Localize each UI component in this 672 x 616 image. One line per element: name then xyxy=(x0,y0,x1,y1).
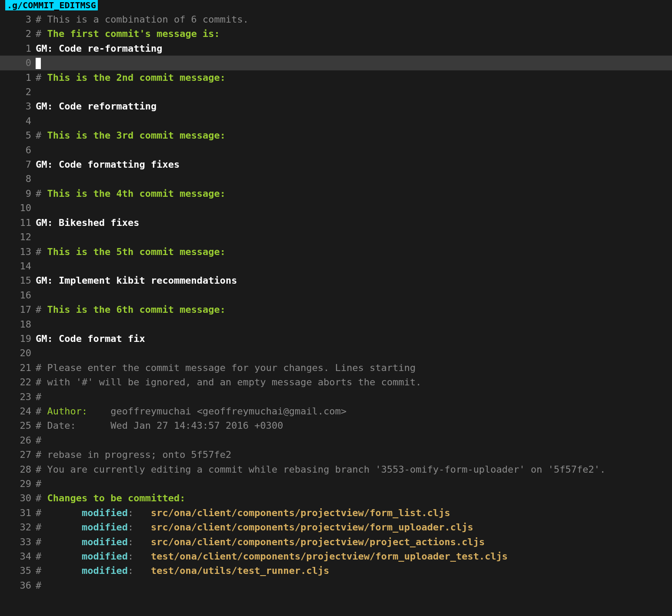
line-number: 0 xyxy=(0,56,36,70)
editor-line[interactable]: 29# xyxy=(0,477,672,491)
line-number: 1 xyxy=(0,41,36,56)
line-content: # You are currently editing a commit whi… xyxy=(36,462,672,477)
line-content: # modified: test/ona/client/components/p… xyxy=(36,549,672,563)
text-span: # xyxy=(36,537,82,547)
tab-bar: .g/COMMIT_EDITMSG xyxy=(0,0,672,10)
line-number: 19 xyxy=(0,331,36,346)
editor-line[interactable]: 32# modified: src/ona/client/components/… xyxy=(0,520,672,534)
editor-line[interactable]: 17# This is the 6th commit message: xyxy=(0,302,672,317)
editor-line[interactable]: 7GM: Code formatting fixes xyxy=(0,157,672,172)
editor-line[interactable]: 13# This is the 5th commit message: xyxy=(0,245,672,259)
line-number: 28 xyxy=(0,462,36,477)
editor-line[interactable]: 9# This is the 4th commit message: xyxy=(0,186,672,201)
line-number: 21 xyxy=(0,361,36,375)
editor-area[interactable]: 3# This is a combination of 6 commits.2#… xyxy=(0,10,672,593)
buffer-tab[interactable]: .g/COMMIT_EDITMSG xyxy=(5,0,98,10)
text-span: # xyxy=(36,72,47,83)
editor-line[interactable]: 14 xyxy=(0,259,672,273)
line-number: 16 xyxy=(0,288,36,302)
text-span: # xyxy=(36,580,41,591)
editor-line[interactable]: 0 xyxy=(0,56,672,70)
editor-line[interactable]: 24# Author: geoffreymuchai <geoffreymuch… xyxy=(0,404,672,418)
text-span: # xyxy=(36,304,47,315)
editor-line[interactable]: 11GM: Bikeshed fixes xyxy=(0,215,672,230)
editor-line[interactable]: 25# Date: Wed Jan 27 14:43:57 2016 +0300 xyxy=(0,418,672,433)
line-number: 1 xyxy=(0,70,36,85)
editor-line[interactable]: 2 xyxy=(0,85,672,99)
line-number: 8 xyxy=(0,172,36,186)
line-number: 23 xyxy=(0,390,36,404)
line-number: 9 xyxy=(0,186,36,201)
line-content: # Please enter the commit message for yo… xyxy=(36,361,672,375)
text-span: # xyxy=(36,246,47,257)
editor-line[interactable]: 3# This is a combination of 6 commits. xyxy=(0,12,672,26)
line-number: 6 xyxy=(0,143,36,157)
text-span: # xyxy=(36,391,41,402)
text-span: : xyxy=(128,537,151,547)
text-span: src/ona/client/components/projectview/fo… xyxy=(151,522,473,533)
text-span: This is the 3rd commit message: xyxy=(47,130,226,141)
text-span: : xyxy=(128,507,151,518)
editor-line[interactable]: 27# rebase in progress; onto 5f57fe2 xyxy=(0,447,672,462)
line-number: 14 xyxy=(0,259,36,273)
editor-line[interactable]: 4 xyxy=(0,114,672,128)
text-span: modified xyxy=(82,507,128,518)
editor-line[interactable]: 1# This is the 2nd commit message: xyxy=(0,70,672,85)
editor-line[interactable]: 31# modified: src/ona/client/components/… xyxy=(0,506,672,520)
editor-line[interactable]: 28# You are currently editing a commit w… xyxy=(0,462,672,477)
editor-line[interactable]: 12 xyxy=(0,230,672,244)
line-number: 26 xyxy=(0,433,36,447)
text-span: # xyxy=(36,551,82,562)
editor-line[interactable]: 19GM: Code format fix xyxy=(0,331,672,346)
text-span: # xyxy=(36,130,47,141)
editor-line[interactable]: 15GM: Implement kibit recommendations xyxy=(0,273,672,288)
line-content: # modified: src/ona/client/components/pr… xyxy=(36,535,672,549)
editor-line[interactable]: 6 xyxy=(0,143,672,157)
line-content: GM: Code reformatting xyxy=(36,99,672,113)
line-number: 11 xyxy=(0,215,36,230)
line-number: 32 xyxy=(0,520,36,534)
line-number: 30 xyxy=(0,491,36,505)
text-span: # xyxy=(36,507,82,518)
editor-line[interactable]: 20 xyxy=(0,346,672,360)
editor-line[interactable]: 33# modified: src/ona/client/components/… xyxy=(0,535,672,549)
editor-line[interactable]: 1GM: Code re-formatting xyxy=(0,41,672,56)
line-content: # Author: geoffreymuchai <geoffreymuchai… xyxy=(36,404,672,418)
editor-line[interactable]: 36# xyxy=(0,578,672,593)
editor-line[interactable]: 34# modified: test/ona/client/components… xyxy=(0,549,672,563)
line-number: 22 xyxy=(0,375,36,389)
editor-line[interactable]: 18 xyxy=(0,317,672,331)
text-span: GM: Code format fix xyxy=(36,333,145,344)
editor-line[interactable]: 21# Please enter the commit message for … xyxy=(0,361,672,375)
line-number: 29 xyxy=(0,477,36,491)
line-content: # Date: Wed Jan 27 14:43:57 2016 +0300 xyxy=(36,418,672,433)
text-span: test/ona/utils/test_runner.cljs xyxy=(151,565,329,576)
editor-line[interactable]: 30# Changes to be committed: xyxy=(0,491,672,505)
editor-line[interactable]: 10 xyxy=(0,201,672,215)
line-content: # This is a combination of 6 commits. xyxy=(36,12,672,26)
editor-line[interactable]: 16 xyxy=(0,288,672,302)
editor-line[interactable]: 8 xyxy=(0,172,672,186)
text-span: # You are currently editing a commit whi… xyxy=(36,464,605,475)
editor-line[interactable]: 5# This is the 3rd commit message: xyxy=(0,128,672,142)
line-content: # xyxy=(36,578,672,593)
editor-line[interactable]: 2# The first commit's message is: xyxy=(0,26,672,41)
line-number: 2 xyxy=(0,85,36,99)
line-number: 7 xyxy=(0,157,36,172)
editor-line[interactable]: 23# xyxy=(0,390,672,404)
line-content: # xyxy=(36,433,672,447)
text-span: : xyxy=(128,565,151,576)
line-content: # This is the 2nd commit message: xyxy=(36,70,672,85)
line-content: # modified: src/ona/client/components/pr… xyxy=(36,520,672,534)
editor-line[interactable]: 22# with '#' will be ignored, and an emp… xyxy=(0,375,672,389)
editor-line[interactable]: 26# xyxy=(0,433,672,447)
line-content: # modified: test/ona/utils/test_runner.c… xyxy=(36,563,672,578)
editor-line[interactable]: 35# modified: test/ona/utils/test_runner… xyxy=(0,563,672,578)
line-number: 27 xyxy=(0,447,36,462)
line-number: 12 xyxy=(0,230,36,244)
text-span: src/ona/client/components/projectview/pr… xyxy=(151,537,485,547)
editor-line[interactable]: 3GM: Code reformatting xyxy=(0,99,672,113)
text-span: # Date: Wed Jan 27 14:43:57 2016 +0300 xyxy=(36,420,283,431)
text-span: # xyxy=(36,28,47,39)
editor-window: .g/COMMIT_EDITMSG 3# This is a combinati… xyxy=(0,0,672,616)
